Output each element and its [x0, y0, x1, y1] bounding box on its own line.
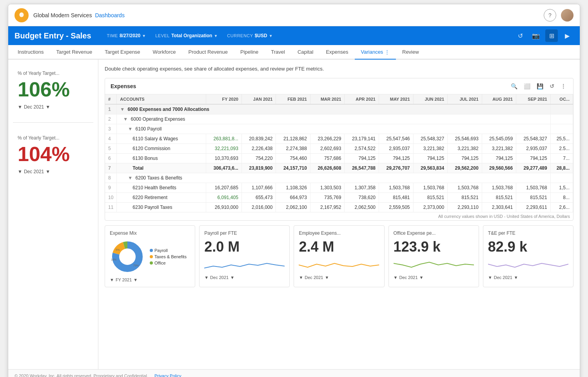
company-name: Global Modern Services — [33, 12, 92, 18]
kpi2-value: 104% — [18, 144, 89, 164]
employee-expense-title: Employee Expens... — [299, 230, 379, 236]
donut-chart: 5% 16% 79% — [110, 239, 145, 274]
top-nav: Global Modern Services Dashboards ? — [8, 4, 580, 26]
te-per-fte-title: T&E per FTE — [488, 230, 568, 236]
content-description: Double check operating expenses, see sha… — [105, 64, 573, 73]
tab-review[interactable]: Review — [396, 45, 425, 60]
expense-mix-title: Expense Mix — [110, 230, 190, 236]
currency-note: All currency values shown in USD - Unite… — [105, 212, 573, 220]
office-expense-card: Office Expense pe... 123.9 k ▼ Dec 2021 … — [388, 225, 479, 287]
kpi1-footer[interactable]: ▼ Dec 2021 ▼ — [18, 104, 89, 110]
col-sep2021: SEP 2021 — [516, 94, 551, 104]
donut-wrap: 5% 16% 79% Payroll T — [110, 239, 190, 274]
dashboards-link[interactable]: Dashboards — [95, 12, 125, 18]
expenses-title: Expenses — [111, 83, 136, 89]
employee-expense-footer[interactable]: ▼ Dec 2021 ▼ — [299, 275, 379, 280]
payroll-per-fte-footer[interactable]: ▼ Dec 2021 ▼ — [204, 275, 285, 280]
time-filter[interactable]: TIME 8/27/2020 ▼ — [107, 33, 146, 38]
payroll-per-fte-chart — [204, 256, 285, 272]
donut-legend: Payroll Taxes & Benefits Office — [150, 248, 187, 265]
te-per-fte-value: 82.9 k — [488, 239, 568, 255]
header-bar: Budget Entry - Sales TIME 8/27/2020 ▼ LE… — [8, 26, 580, 45]
save-icon[interactable]: 💾 — [535, 82, 545, 90]
kpi-card-1: % of Yearly Target... 106% ▼ Dec 2021 ▼ — [13, 66, 93, 114]
svg-text:5%: 5% — [116, 248, 120, 251]
office-expense-title: Office Expense pe... — [394, 230, 474, 236]
currency-filter[interactable]: CURRENCY $USD ▼ — [227, 33, 272, 38]
tab-capital[interactable]: Capital — [291, 45, 319, 60]
col-aug2021: AUG 2021 — [482, 94, 516, 104]
te-per-fte-card: T&E per FTE 82.9 k ▼ Dec 2021 ▼ — [483, 225, 573, 287]
camera-icon[interactable]: 📷 — [530, 29, 542, 42]
office-expense-footer[interactable]: ▼ Dec 2021 ▼ — [394, 275, 474, 280]
table-row: 6 6130 Bonus 10,370,693 754,220 754,460 … — [105, 154, 573, 163]
refresh-table-icon[interactable]: ↺ — [548, 82, 556, 90]
tab-instructions[interactable]: Instructions — [11, 45, 50, 60]
col-may2021: MAY 2021 — [379, 94, 414, 104]
kpi2-footer[interactable]: ▼ Dec 2021 ▼ — [18, 169, 89, 174]
te-per-fte-footer[interactable]: ▼ Dec 2021 ▼ — [488, 275, 568, 280]
office-expense-value: 123.9 k — [394, 239, 474, 255]
table-row: 8 ▼ 6200 Taxes & Benefits — [105, 173, 573, 183]
col-fy2020: FY 2020 — [206, 94, 241, 104]
te-per-fte-chart — [488, 256, 568, 272]
level-filter[interactable]: LEVEL Total Organization ▼ — [155, 33, 218, 38]
more-options-icon[interactable]: ⋮ — [559, 82, 568, 90]
table-row: 9 6210 Health Benefits 16,207,685 1,107,… — [105, 183, 573, 193]
col-num: # — [105, 94, 117, 104]
tab-expenses[interactable]: Expenses — [319, 45, 354, 60]
search-icon[interactable]: 🔍 — [509, 82, 519, 90]
tab-product-revenue[interactable]: Product Revenue — [182, 45, 234, 60]
legend-payroll: Payroll — [150, 248, 187, 253]
employee-expense-chart — [299, 256, 379, 272]
col-mar2021: MAR 2021 — [310, 94, 345, 104]
col-oct2021: OC... — [550, 94, 573, 104]
table-row: 7 Total 306,473,6... 23,819,900 24,157,7… — [105, 163, 573, 173]
kpi1-label: % of Yearly Target... — [18, 71, 89, 76]
bottom-cards: Expense Mix 5% 16% 79% — [105, 225, 573, 287]
kpi1-value: 106% — [18, 79, 89, 100]
kpi2-footer-label: Dec 2021 — [24, 169, 44, 174]
workday-logo — [15, 8, 29, 22]
avatar[interactable] — [561, 9, 573, 22]
kpi2-label: % of Yearly Target... — [18, 135, 89, 141]
legend-office: Office — [150, 261, 187, 265]
page-title: Budget Entry - Sales — [15, 31, 91, 40]
svg-point-3 — [120, 249, 135, 265]
tab-target-revenue[interactable]: Target Revenue — [50, 45, 98, 60]
table-row: 11 6230 Payroll Taxes 26,910,000 2,016,0… — [105, 203, 573, 212]
tabs-bar: Instructions Target Revenue Target Expen… — [8, 45, 580, 60]
office-expense-chart — [394, 256, 474, 272]
svg-text:79%: 79% — [133, 264, 139, 267]
grid-view-icon[interactable]: ⊞ — [545, 29, 558, 42]
expenses-card-header: Expenses 🔍 ⬜ 💾 ↺ ⋮ — [105, 78, 573, 94]
video-icon[interactable]: ▶ — [561, 29, 573, 42]
export-icon[interactable]: ⬜ — [522, 82, 532, 90]
expenses-card: Expenses 🔍 ⬜ 💾 ↺ ⋮ # ACCOUN — [105, 78, 573, 221]
sidebar: % of Yearly Target... 106% ▼ Dec 2021 ▼ … — [8, 60, 98, 369]
tab-variances[interactable]: Variances ⋮ — [355, 45, 396, 60]
col-jan2021: JAN 2021 — [241, 94, 276, 104]
tab-travel[interactable]: Travel — [265, 45, 291, 60]
footer-privacy-link[interactable]: Privacy Policy — [154, 373, 181, 377]
expense-mix-footer[interactable]: ▼ FY 2021 ▼ — [110, 277, 190, 282]
refresh-icon[interactable]: ↺ — [514, 29, 526, 42]
employee-expense-value: 2.4 M — [299, 239, 379, 255]
tab-target-expense[interactable]: Target Expense — [98, 45, 146, 60]
payroll-per-fte-title: Payroll per FTE — [204, 230, 285, 236]
tab-pipeline[interactable]: Pipeline — [234, 45, 265, 60]
legend-taxes: Taxes & Benefits — [150, 254, 187, 259]
table-row: 4 6110 Salary & Wages 263,881,8... 20,83… — [105, 134, 573, 144]
footer-bar: © 2020 Workday, Inc. All rights reserved… — [8, 369, 580, 377]
help-icon[interactable]: ? — [544, 9, 556, 22]
table-row: 2 ▼ 6000 Operating Expenses — [105, 114, 573, 124]
expenses-table: # ACCOUNTS FY 2020 JAN 2021 FEB 2021 MAR… — [105, 94, 573, 212]
tab-workforce[interactable]: Workforce — [147, 45, 182, 60]
col-accounts: ACCOUNTS — [117, 94, 206, 104]
kpi-card-2: % of Yearly Target... 104% ▼ Dec 2021 ▼ — [13, 130, 93, 179]
table-row: 3 ▼ 6100 Payroll — [105, 124, 573, 134]
employee-expense-card: Employee Expens... 2.4 M ▼ Dec 2021 ▼ — [294, 225, 384, 287]
col-feb2021: FEB 2021 — [276, 94, 310, 104]
expense-mix-card: Expense Mix 5% 16% 79% — [105, 225, 195, 287]
content-area: Double check operating expenses, see sha… — [98, 60, 580, 369]
